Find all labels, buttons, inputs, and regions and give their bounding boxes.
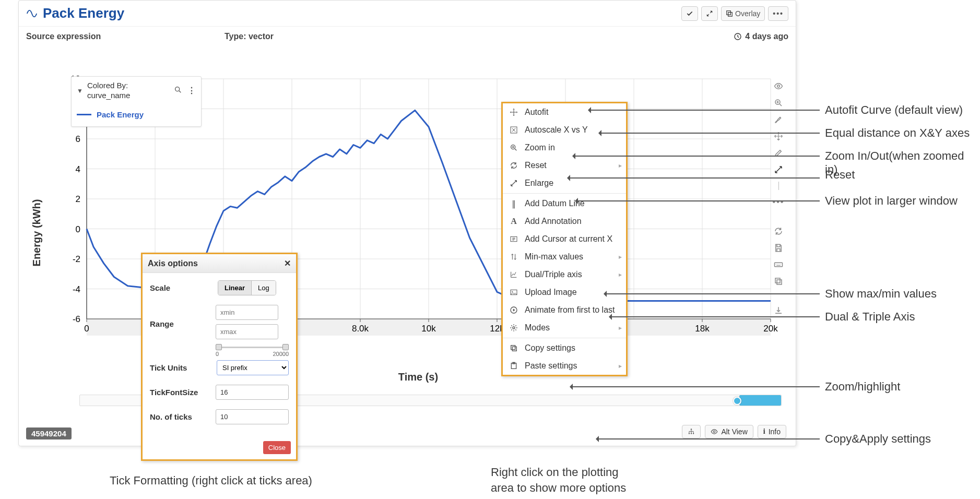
svg-rect-68 [512,347,516,351]
source-expression-label: Source expression [26,32,225,41]
axis-options-dialog[interactable]: Axis options✕ Scale Linear Log Range 0 2… [141,253,298,461]
close-button[interactable]: Close [263,441,291,454]
svg-point-56 [689,433,690,434]
check-icon [686,10,693,17]
caption-tick-formatting: Tick Formatting (right click at ticks ar… [110,474,312,488]
menu-datum[interactable]: ∥Add Datum Line [503,195,626,212]
svg-rect-52 [775,263,783,267]
scale-linear-button[interactable]: Linear [218,281,251,295]
keyboard-icon[interactable] [774,260,783,269]
annotation-icon: A [509,217,518,226]
menu-reset[interactable]: Reset▸ [503,157,626,174]
play-icon [509,305,518,315]
cursor-icon [509,234,518,244]
svg-text:4: 4 [76,164,80,174]
annotation-dual: Dual & Triple Axis [825,310,915,324]
scrubber-view[interactable] [739,395,781,406]
save-icon[interactable] [774,243,783,253]
info-icon: i [763,427,765,436]
legend-swatch [77,114,91,115]
svg-point-64 [512,291,513,292]
scale-toggle[interactable]: Linear Log [218,280,276,295]
expand-button[interactable] [701,6,718,21]
annotation-minmax: Show max/min values [825,287,937,301]
panel-header: Pack Energy Overlay ••• [19,1,796,27]
svg-point-49 [175,87,180,91]
menu-copy[interactable]: Copy settings [503,339,626,357]
copy-settings-icon [509,343,518,353]
scrubber-handle[interactable] [733,397,741,405]
tick-units-select[interactable]: SI prefix [217,360,289,375]
annotation-arrow [572,386,820,387]
annotation-enlarge: View plot in larger window [825,194,958,208]
chevron-right-icon: ▸ [619,324,622,331]
chevron-down-icon[interactable]: ▼ [77,87,83,94]
tick-font-input[interactable] [216,385,289,400]
sine-icon [26,8,38,19]
svg-point-50 [777,85,780,88]
legend-title: Colored By:curve_name [87,81,131,101]
menu-paste[interactable]: Paste settings▸ [503,357,626,375]
reset-icon [509,161,518,170]
svg-text:18k: 18k [695,324,710,334]
menu-modes[interactable]: Modes▸ [503,319,626,337]
svg-rect-0 [727,10,731,15]
autofit-icon [509,108,518,117]
annotation-arrow [569,177,820,179]
more-icon[interactable]: ••• [773,197,785,207]
svg-point-59 [714,431,716,433]
zoom-icon[interactable] [774,98,783,108]
copy-icon[interactable] [774,277,783,286]
no-ticks-label: No. of ticks [150,412,216,421]
chevron-right-icon: ▸ [619,162,622,169]
kebab-icon[interactable]: ⋮ [187,86,196,96]
svg-point-58 [693,433,694,434]
xmax-input[interactable] [216,324,278,339]
xmin-input[interactable] [216,305,278,320]
menu-annotation[interactable]: AAdd Annotation [503,212,626,230]
context-menu[interactable]: Autofit Autoscale X vs Y Zoom in Reset▸ … [501,102,628,376]
overlay-button[interactable]: Overlay [721,6,765,21]
menu-autoscale[interactable]: Autoscale X vs Y [503,121,626,139]
range-slider[interactable]: 0 20000 [216,343,289,351]
brush-icon[interactable] [774,115,783,124]
menu-autofit[interactable]: Autofit [503,103,626,121]
info-button[interactable]: iInfo [758,425,786,438]
dual-axis-icon [509,270,518,279]
refresh-icon[interactable] [774,227,783,236]
menu-minmax[interactable]: Min-max values▸ [503,248,626,266]
svg-rect-53 [775,278,780,283]
search-icon[interactable] [174,86,182,94]
scale-log-button[interactable]: Log [251,281,276,295]
chevron-right-icon: ▸ [619,362,622,370]
overlay-icon [726,10,733,17]
download-icon[interactable] [774,306,783,315]
toolbar-separator [778,182,779,190]
enlarge-icon[interactable] [774,165,783,174]
caption-context-menu: Right click on the plottingarea to show … [491,465,663,495]
annotation-arrow [590,110,820,111]
enlarge2-icon [509,179,518,188]
close-icon[interactable]: ✕ [284,258,291,268]
menu-zoom-in[interactable]: Zoom in [503,139,626,157]
tree-button[interactable] [682,425,701,438]
menu-cursor[interactable]: Add Cursor at current X [503,230,626,248]
eye-icon[interactable] [774,81,783,91]
legend-card[interactable]: ▼ Colored By:curve_name ⋮ Pack Energy [71,76,202,127]
svg-text:0: 0 [84,324,89,334]
clock-icon [734,32,742,41]
svg-rect-67 [511,346,515,350]
scale-label: Scale [150,283,218,292]
meta-row: Source expression Type: vector 4 days ag… [19,27,796,46]
no-ticks-input[interactable] [216,409,289,424]
gear-icon [509,323,518,332]
menu-dual[interactable]: Dual/Triple axis▸ [503,266,626,283]
annotation-arrow [574,156,820,157]
svg-text:-2: -2 [73,254,80,264]
menu-upload[interactable]: Upload Image [503,283,626,301]
alt-view-button[interactable]: Alt View [705,425,753,438]
autoscale-icon [509,125,518,135]
accept-button[interactable] [681,6,698,21]
more-button[interactable]: ••• [768,6,788,21]
legend-entry[interactable]: Pack Energy [77,110,196,119]
